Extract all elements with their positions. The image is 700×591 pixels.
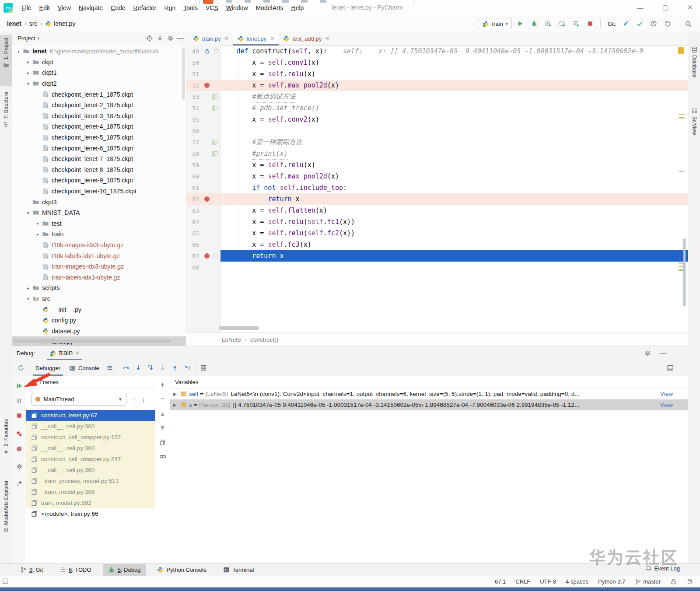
tree-item-checkpoint-lenet-9-1875-ckpt[interactable]: ?checkpoint_lenet-9_1875.ckpt <box>12 175 186 186</box>
tree-item-config-py[interactable]: config.py <box>12 315 186 326</box>
code-text[interactable]: def construct(self, x):self: x: [[ 4.750… <box>220 45 688 57</box>
toolwindow-button-python-console[interactable]: Python Console <box>152 564 212 576</box>
line-number[interactable]: 62 <box>186 196 203 203</box>
stop-button[interactable] <box>584 18 596 29</box>
menu-edit[interactable]: Edit <box>35 3 54 13</box>
show-values-inline-icon[interactable] <box>157 451 168 462</box>
editor-horizontal-scrollbar[interactable] <box>219 326 259 330</box>
run-configuration-select[interactable]: train ▾ <box>479 18 511 29</box>
stop-debug-button[interactable] <box>14 410 25 421</box>
tree-item-lenet[interactable]: ▾lenetE:\gitee\mindspore\model_zoo\offic… <box>12 46 186 57</box>
view-as-table-icon[interactable] <box>197 362 210 374</box>
tree-item-checkpoint-lenet-10-1875-ckpt[interactable]: ?checkpoint_lenet-10_1875.ckpt <box>12 186 186 197</box>
code-line-60[interactable]: 60 x = self.max_pool2d(x) <box>186 171 688 182</box>
remove-watch-button[interactable]: − <box>157 393 168 404</box>
close-icon[interactable]: ✕ <box>224 35 229 42</box>
line-number[interactable]: 49 <box>186 48 203 55</box>
code-line-65[interactable]: 65 x = self.relu(self.fc2(x)) <box>186 227 688 239</box>
toolwindow-button--git[interactable]: 9: Git <box>15 564 48 576</box>
code-text[interactable] <box>220 262 688 273</box>
restore-layout-icon[interactable] <box>664 362 676 374</box>
code-text[interactable]: x = self.relu(x) <box>220 159 688 171</box>
code-text[interactable]: return x <box>220 250 688 262</box>
code-line-63[interactable]: 63 x = self.flatten(x) <box>186 205 688 216</box>
inline-watch-icon[interactable] <box>678 47 684 54</box>
stack-frame[interactable]: construct, cell_wrapper.py:102 <box>26 432 155 443</box>
mute-breakpoints-button[interactable] <box>14 443 25 455</box>
tree-item-train[interactable]: ▸train <box>12 229 186 240</box>
expand-icon[interactable]: ▶ <box>173 402 179 407</box>
code-text[interactable]: if not self.include_top: <box>220 182 688 193</box>
tree-item-checkpoint-lenet-6-1875-ckpt[interactable]: ?checkpoint_lenet-6_1875.ckpt <box>12 143 186 154</box>
fold-marker-icon[interactable] <box>213 140 219 145</box>
code-line-57[interactable]: 57 #第一种跟踪方法 <box>186 136 688 148</box>
tree-collapse-icon[interactable]: ▸ <box>34 221 42 226</box>
debugger-settings-button[interactable] <box>14 461 25 472</box>
close-button[interactable]: ✕ <box>682 2 697 13</box>
tool-window-toggle-icon[interactable] <box>2 578 9 584</box>
close-icon[interactable]: ✕ <box>75 350 80 356</box>
code-line-61[interactable]: 61 if not self.include_top: <box>186 182 688 193</box>
tree-collapse-icon[interactable]: ▸ <box>24 286 32 290</box>
fold-marker-icon[interactable] <box>213 253 219 259</box>
line-number[interactable]: 58 <box>186 150 203 157</box>
variable-row-self[interactable]: ▶self={LeNet5}LeNet5<\n (conv1): Conv2d<… <box>170 388 688 399</box>
code-line-51[interactable]: 51 x = self.relu(x) <box>186 68 688 80</box>
step-into-button[interactable] <box>132 362 144 374</box>
line-number[interactable]: 68 <box>186 264 203 271</box>
editor-tab-test_add-py[interactable]: test_add.py✕ <box>279 31 334 45</box>
menu-run[interactable]: Run <box>161 3 180 13</box>
inspections-icon[interactable] <box>686 578 693 585</box>
code-text[interactable]: #断点调试方法 <box>220 91 688 102</box>
line-number[interactable]: 55 <box>186 116 203 123</box>
code-line-64[interactable]: 64 x = self.relu(self.fc1(x)) <box>186 216 688 227</box>
tree-item-dataset-py[interactable]: dataset.py <box>12 325 186 336</box>
code-text[interactable]: # pdb.set_trace() <box>220 102 688 114</box>
close-icon[interactable]: ✕ <box>326 35 330 42</box>
tab-console[interactable]: Console <box>65 360 104 376</box>
code-text[interactable]: x = self.relu(self.fc1(x)) <box>220 216 688 227</box>
file-encoding[interactable]: UTF-8 <box>540 578 556 585</box>
git-rollback-button[interactable] <box>662 18 673 29</box>
tree-item-ckpt[interactable]: ▸ckpt <box>12 57 186 68</box>
line-number[interactable]: 57 <box>186 139 203 146</box>
git-commit-button[interactable] <box>634 18 645 29</box>
code-line-59[interactable]: 59 x = self.relu(x) <box>186 159 688 171</box>
minimize-button[interactable]: — <box>633 2 648 13</box>
fold-marker-icon[interactable] <box>213 105 219 111</box>
step-into-my-code-button[interactable] <box>157 362 169 374</box>
move-up-icon[interactable]: ▲ <box>157 408 168 419</box>
code-line-49[interactable]: 49 def construct(self, x):self: x: [[ 4.… <box>186 45 688 57</box>
stack-frame[interactable]: __call__, cell.py:360 <box>26 421 155 432</box>
code-text[interactable]: x = self.relu(x) <box>220 68 688 80</box>
select-opened-file-button[interactable] <box>144 33 154 43</box>
menu-file[interactable]: File <box>18 3 35 13</box>
code-text[interactable]: #第一种跟踪方法 <box>220 136 688 148</box>
breadcrumb-method[interactable]: construct() <box>250 336 278 343</box>
project-vertical-scrollbar[interactable] <box>182 47 185 100</box>
run-button[interactable] <box>514 18 526 29</box>
force-step-into-button[interactable] <box>144 362 157 374</box>
code-line-55[interactable]: 55 x = self.conv2(x) <box>186 114 688 125</box>
code-line-56[interactable]: 56 <box>186 125 688 136</box>
search-everywhere-button[interactable] <box>682 18 694 29</box>
code-line-67[interactable]: 67 return x <box>186 250 688 262</box>
project-settings-icon[interactable] <box>165 33 175 43</box>
profiler-button[interactable] <box>556 18 568 29</box>
tree-collapse-icon[interactable]: ▸ <box>34 232 42 237</box>
sidebar-item-database[interactable]: Database <box>688 44 700 97</box>
code-text[interactable]: x = self.conv1(x) <box>220 57 688 68</box>
sidebar-item-project[interactable]: 1: Project <box>0 35 12 86</box>
stack-frame[interactable]: construct, lenet.py:67 <box>26 410 155 421</box>
lock-icon[interactable] <box>670 578 677 585</box>
code-editor[interactable]: 49 def construct(self, x):self: x: [[ 4.… <box>186 45 688 273</box>
run-with-coverage-button[interactable] <box>542 18 554 29</box>
editor-vertical-scrollbar[interactable] <box>683 238 686 306</box>
code-text[interactable]: x = self.max_pool2d(x) <box>220 171 688 182</box>
breakpoint-icon[interactable] <box>204 253 210 259</box>
step-over-button[interactable] <box>120 362 132 374</box>
code-text[interactable]: x = self.flatten(x) <box>220 205 688 216</box>
hide-debug-panel-button[interactable]: — <box>658 348 668 358</box>
hide-panel-button[interactable]: — <box>175 33 186 43</box>
breakpoint-icon[interactable] <box>204 196 210 202</box>
